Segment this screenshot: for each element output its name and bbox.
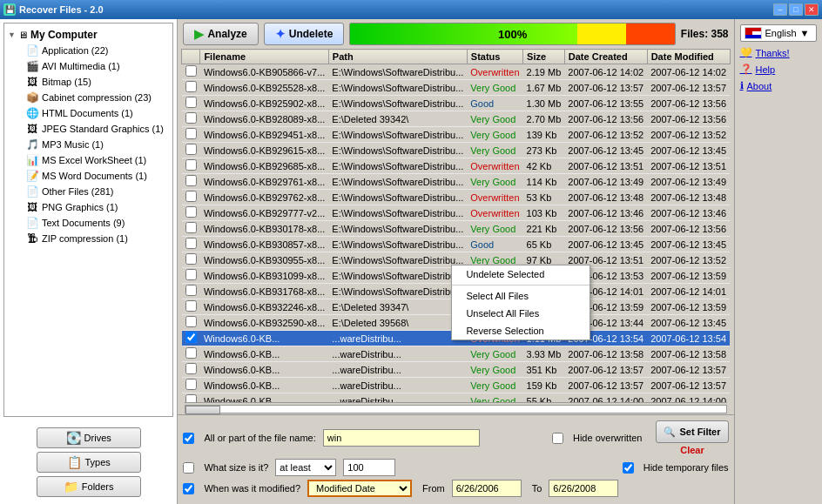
horizontal-scrollbar[interactable] bbox=[185, 402, 726, 414]
sidebar-item-11[interactable]: 📄Text Documents (9) bbox=[8, 215, 169, 231]
sidebar-item-0[interactable]: 📄Application (22) bbox=[8, 43, 169, 58]
row-checkbox-18[interactable] bbox=[182, 346, 200, 362]
row-checkbox-3[interactable] bbox=[182, 111, 200, 127]
context-menu-item-3[interactable]: Unselect All Files bbox=[452, 305, 590, 322]
tree-item-icon-7: 📊 bbox=[25, 153, 39, 167]
date-to-input[interactable] bbox=[549, 480, 618, 497]
col-header-status[interactable]: Status bbox=[467, 50, 522, 64]
table-row[interactable]: Windows6.0-KB905866-v7... E:\Windows\Sof… bbox=[182, 64, 730, 80]
table-row[interactable]: Windows6.0-KB... ...wareDistribu... Very… bbox=[182, 346, 730, 362]
row-checkbox-2[interactable] bbox=[182, 96, 200, 111]
row-checkbox-15[interactable] bbox=[182, 299, 200, 315]
row-modified-5: 2007-06-12 13:45 bbox=[647, 143, 730, 158]
size-value-input[interactable] bbox=[343, 459, 395, 476]
col-header-filename[interactable]: Filename bbox=[200, 50, 328, 64]
table-row[interactable]: Windows6.0-KB... ...wareDistribu... Very… bbox=[182, 378, 730, 393]
row-checkbox-13[interactable] bbox=[182, 268, 200, 284]
context-menu-item-0[interactable]: Undelete Selected bbox=[452, 265, 590, 283]
sidebar-item-12[interactable]: 🗜ZIP compression (1) bbox=[8, 231, 169, 246]
undelete-button[interactable]: ✦ Undelete bbox=[264, 23, 345, 45]
table-row[interactable]: Windows6.0-KB929685-x8... E:\Windows\Sof… bbox=[182, 158, 730, 174]
close-button[interactable]: ✕ bbox=[805, 3, 819, 16]
filter-date-checkbox[interactable] bbox=[183, 483, 194, 494]
hide-overwritten-label: Hide overwritten bbox=[573, 433, 642, 443]
set-filter-button[interactable]: 🔍 Set Filter bbox=[656, 420, 728, 443]
sidebar-item-9[interactable]: 📄Other Files (281) bbox=[8, 184, 169, 199]
row-checkbox-0[interactable] bbox=[182, 64, 200, 80]
sidebar-item-8[interactable]: 📝MS Word Documents (1) bbox=[8, 168, 169, 184]
hide-overwritten-checkbox[interactable] bbox=[552, 433, 563, 444]
row-checkbox-21[interactable] bbox=[182, 393, 200, 403]
col-header-modified[interactable]: Date Modified bbox=[647, 50, 730, 64]
table-row[interactable]: Windows6.0-KB929451-x8... E:\Windows\Sof… bbox=[182, 127, 730, 143]
sidebar-item-1[interactable]: 🎬AVI Multimedia (1) bbox=[8, 58, 169, 74]
file-tree[interactable]: ▼ 🖥 My Computer 📄Application (22)🎬AVI Mu… bbox=[3, 23, 173, 417]
row-checkbox-19[interactable] bbox=[182, 362, 200, 378]
sidebar-item-10[interactable]: 🖼PNG Graphics (1) bbox=[8, 199, 169, 215]
clear-button[interactable]: Clear bbox=[656, 445, 728, 455]
table-row[interactable]: Windows6.0-KB930857-x8... E:\Windows\Sof… bbox=[182, 237, 730, 252]
row-checkbox-12[interactable] bbox=[182, 252, 200, 268]
row-checkbox-5[interactable] bbox=[182, 143, 200, 158]
filter-name-checkbox[interactable] bbox=[183, 433, 194, 444]
row-checkbox-1[interactable] bbox=[182, 80, 200, 96]
row-checkbox-8[interactable] bbox=[182, 190, 200, 205]
row-status-19: Very Good bbox=[467, 362, 522, 378]
col-header-created[interactable]: Date Created bbox=[564, 50, 647, 64]
scrollbar-thumb[interactable] bbox=[185, 406, 220, 414]
table-row[interactable]: Windows6.0-KB928089-x8... E:\Deleted 393… bbox=[182, 111, 730, 127]
table-row[interactable]: Windows6.0-KB925528-x8... E:\Windows\Sof… bbox=[182, 80, 730, 96]
tree-item-label-8: MS Word Documents (1) bbox=[42, 171, 147, 181]
row-checkbox-9[interactable] bbox=[182, 205, 200, 221]
sidebar-item-2[interactable]: 🖼Bitmap (15) bbox=[8, 74, 169, 90]
row-checkbox-11[interactable] bbox=[182, 237, 200, 252]
col-header-size[interactable]: Size bbox=[523, 50, 565, 64]
table-row[interactable]: Windows6.0-KB929761-x8... E:\Windows\Sof… bbox=[182, 174, 730, 190]
analyze-button[interactable]: ▶ Analyze bbox=[183, 23, 258, 45]
size-type-select[interactable]: at least at most bbox=[275, 459, 336, 476]
row-checkbox-7[interactable] bbox=[182, 174, 200, 190]
filter-name-input[interactable] bbox=[323, 429, 480, 447]
table-row[interactable]: Windows6.0-KB... ...wareDistribu... Very… bbox=[182, 362, 730, 378]
hide-temp-checkbox[interactable] bbox=[623, 462, 634, 474]
folders-button[interactable]: 📁 Folders bbox=[37, 476, 141, 497]
about-link[interactable]: ℹ About bbox=[740, 80, 817, 91]
row-status-0: Overwritten bbox=[467, 64, 522, 80]
minimize-button[interactable]: – bbox=[773, 3, 787, 16]
row-checkbox-10[interactable] bbox=[182, 221, 200, 237]
types-button[interactable]: 📋 Types bbox=[37, 452, 141, 473]
col-header-path[interactable]: Path bbox=[328, 50, 467, 64]
row-path-2: E:\Windows\SoftwareDistribu... bbox=[328, 96, 467, 111]
context-menu-item-2[interactable]: Select All Files bbox=[452, 287, 590, 305]
row-checkbox-20[interactable] bbox=[182, 378, 200, 393]
help-link[interactable]: ❓ Help bbox=[740, 64, 817, 75]
date-type-select[interactable]: Modified Date Created Date bbox=[307, 480, 412, 497]
date-from-input[interactable] bbox=[452, 480, 522, 497]
row-checkbox-14[interactable] bbox=[182, 284, 200, 299]
sidebar-item-5[interactable]: 🖼JPEG Standard Graphics (1) bbox=[8, 121, 169, 137]
table-row[interactable]: Windows6.0-KB929777-v2... E:\Windows\Sof… bbox=[182, 205, 730, 221]
file-table-container[interactable]: Filename Path Status Size Date Created D… bbox=[181, 49, 730, 402]
table-row[interactable]: Windows6.0-KB925902-x8... E:\Windows\Sof… bbox=[182, 96, 730, 111]
language-selector[interactable]: English ▼ bbox=[740, 24, 817, 42]
table-row[interactable]: Windows6.0-KB... ...wareDistribu... Very… bbox=[182, 393, 730, 403]
row-checkbox-16[interactable] bbox=[182, 315, 200, 331]
maximize-button[interactable]: □ bbox=[789, 3, 803, 16]
row-checkbox-6[interactable] bbox=[182, 158, 200, 174]
sidebar-item-6[interactable]: 🎵MP3 Music (1) bbox=[8, 137, 169, 152]
row-checkbox-17[interactable] bbox=[182, 331, 200, 346]
filter-size-checkbox[interactable] bbox=[183, 462, 194, 474]
table-row[interactable]: Windows6.0-KB929615-x8... E:\Windows\Sof… bbox=[182, 143, 730, 158]
sidebar-item-7[interactable]: 📊MS Excel WorkSheet (1) bbox=[8, 152, 169, 168]
thanks-link[interactable]: 💛 Thanks! bbox=[740, 47, 817, 58]
table-row[interactable]: Windows6.0-KB929762-x8... E:\Windows\Sof… bbox=[182, 190, 730, 205]
row-status-7: Very Good bbox=[467, 174, 522, 190]
tree-root-my-computer[interactable]: ▼ 🖥 My Computer bbox=[8, 27, 169, 43]
row-checkbox-4[interactable] bbox=[182, 127, 200, 143]
context-menu-item-4[interactable]: Reverse Selection bbox=[452, 322, 590, 339]
sidebar-item-4[interactable]: 🌐HTML Documents (1) bbox=[8, 105, 169, 121]
tree-item-label-12: ZIP compression (1) bbox=[42, 233, 128, 244]
sidebar-item-3[interactable]: 📦Cabinet compression (23) bbox=[8, 90, 169, 105]
drives-button[interactable]: 💽 Drives bbox=[37, 427, 141, 448]
table-row[interactable]: Windows6.0-KB930178-x8... E:\Windows\Sof… bbox=[182, 221, 730, 237]
